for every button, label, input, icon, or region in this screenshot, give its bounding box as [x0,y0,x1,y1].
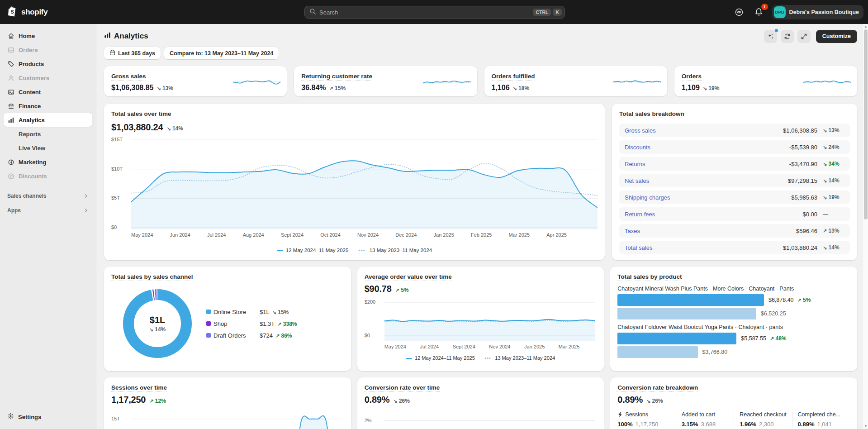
sidebar-item-orders[interactable]: Orders [4,43,92,57]
average-order-value-card: Average order value over time $90.78↗ 5%… [357,267,604,371]
breakdown-link[interactable]: Shipping charges [625,194,670,201]
chevron-right-icon [83,208,89,213]
breakdown-link[interactable]: Total sales [625,244,652,251]
sidebar-item-marketing[interactable]: Marketing [4,155,92,169]
product-group: Chatoyant Foldover Waist Bootcut Yoga Pa… [617,324,850,358]
store-menu[interactable]: DPB Debra's Passion Boutique [772,5,863,19]
marketing-icon [7,158,14,166]
chevron-right-icon [83,193,89,199]
metric-card-delta: ↘ 13% [157,85,173,91]
new-feature-dot [774,29,778,33]
sidebar-item-customers[interactable]: Customers [4,71,92,85]
breakdown-link[interactable]: Returns [625,161,645,167]
legend-current-period: 12 May 2024–11 May 2025 [406,355,475,361]
sidebar-item-discounts[interactable]: Discounts [4,169,92,183]
settings-label: Settings [18,414,41,420]
scrollbar-down-arrow[interactable]: ▼ [864,424,868,428]
breakdown-delta: — [823,211,844,217]
metric-value: $90.78 [365,284,392,294]
funnel-step-count: 2,300 [759,421,774,428]
average-order-value-title[interactable]: Average order value over time [365,273,452,281]
sidebar-item-content[interactable]: Content [4,85,92,99]
refresh-cycle-icon[interactable] [781,30,794,43]
svg-text:S: S [11,10,14,14]
channel-legend-draft-orders: Draft Orders $724↗ 86% [206,332,297,339]
metric-sparkline [803,76,851,91]
gear-icon [7,413,14,421]
sidebar-item-live-view[interactable]: Live View [4,141,92,155]
channel-label: Draft Orders [213,332,260,339]
metric-delta: ↗ 5% [395,287,409,293]
date-range-button[interactable]: Last 365 days [104,47,161,59]
scrollbar-thumb[interactable] [864,29,868,219]
product-name[interactable]: Chatoyant Mineral Wash Plus Pants - More… [617,286,850,292]
compare-to-button[interactable]: Compare to: 13 May 2023–11 May 2024 [164,47,279,59]
x-axis-tick: Jul 2024 [207,232,226,238]
metric-card-value: $1,06,308.85 [111,84,153,92]
sidebar-item-finance[interactable]: Finance [4,99,92,113]
product-value-current: $5,587.55 ↗ 48% [741,335,786,342]
sidebar-item-label: Content [19,89,41,95]
breakdown-value: $1,06,308.85 [783,127,817,134]
sidebar-item-analytics[interactable]: Analytics [4,113,92,127]
product-name[interactable]: Chatoyant Foldover Waist Bootcut Yoga Pa… [617,324,850,330]
legend-previous-period: ••• 13 May 2023–11 May 2024 [484,355,555,361]
shopify-logo[interactable]: S shopify [8,6,47,19]
metric-value: $1,03,880.24 [111,122,163,133]
sidebar-item-home[interactable]: Home [4,29,92,43]
sidebar-section-apps[interactable]: Apps [7,207,89,214]
donut-center-value: $1L [150,315,165,325]
section-label: Apps [7,207,21,214]
y-axis-tick: $0 [365,333,370,338]
conversion-rate-over-time-title[interactable]: Conversion rate over time [365,384,440,392]
breakdown-row-net-sales: Net sales $97,298.15↘ 14% [619,174,850,187]
lightning-icon [617,412,623,418]
metric-card-title[interactable]: Orders fulfilled [492,73,535,81]
sessions-over-time-title[interactable]: Sessions over time [111,384,167,392]
metric-card-title[interactable]: Orders [682,73,702,81]
notifications-bell-icon[interactable]: 1 [752,5,766,19]
x-axis-tick: May 2024 [384,344,406,349]
sidebar-item-settings[interactable]: Settings [4,410,92,424]
conversion-rate-breakdown-title[interactable]: Conversion rate breakdown [617,384,698,392]
total-sales-by-channel-title[interactable]: Total sales by sales channel [111,273,193,281]
breakdown-link[interactable]: Discounts [625,144,650,151]
metric-card-returning-customer-rate: Returning customer rate 36.84%↗ 15% [294,66,477,96]
sidebar-item-reports[interactable]: Reports [4,127,92,141]
funnel-step-count: 1,17,250 [636,421,659,428]
sidebar-item-products[interactable]: Products [4,57,92,71]
insights-magic-icon[interactable] [764,30,777,43]
x-axis-tick: Sept 2024 [453,344,475,349]
sidebar-item-label: Discounts [19,173,47,180]
calendar-icon [109,50,115,57]
home-icon [7,32,14,39]
breakdown-link[interactable]: Return fees [625,211,655,218]
total-sales-breakdown-title[interactable]: Total sales breakdown [619,110,684,118]
total-sales-over-time-title[interactable]: Total sales over time [111,110,171,118]
sidebar-section-sales-channels[interactable]: Sales channels [7,193,89,199]
page-scrollbar[interactable]: ▲ ▼ [863,24,868,429]
metric-card-title[interactable]: Returning customer rate [301,73,372,81]
channel-delta: ↘ 15% [272,309,289,315]
search-input[interactable]: Search CTRL K [304,6,565,19]
product-bar-previous [617,346,697,358]
y-axis-tick: $0 [111,224,117,230]
breakdown-row-total-sales: Total sales $1,03,880.24↘ 14% [619,241,850,254]
metric-card-orders-fulfilled: Orders fulfilled 1,106↘ 18% [484,66,667,96]
sidebar-item-label: Home [19,33,35,39]
x-axis-tick: Mar 2025 [559,344,579,349]
sidekick-icon[interactable] [732,5,746,19]
breakdown-delta: ↘ 14% [823,177,844,184]
total-sales-by-product-title[interactable]: Total sales by product [617,273,682,281]
breakdown-link[interactable]: Taxes [625,228,640,234]
customize-button[interactable]: Customize [816,30,857,43]
breakdown-link[interactable]: Net sales [625,177,649,184]
scrollbar-up-arrow[interactable]: ▲ [864,25,868,29]
funnel-step-count: 1,041 [817,421,832,428]
x-axis-tick: Jan 2025 [434,232,454,238]
metric-card-title[interactable]: Gross sales [111,73,146,81]
expand-fullscreen-icon[interactable] [797,30,811,43]
product-bar-previous [617,308,756,319]
metric-card-value: 1,106 [492,84,510,92]
breakdown-link[interactable]: Gross sales [625,127,656,134]
